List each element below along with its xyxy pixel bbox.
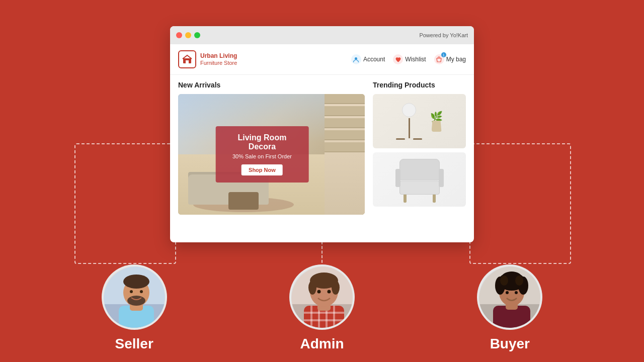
trending-section: Trending Products <box>373 81 466 231</box>
bag-nav-item[interactable]: 1 My bag <box>434 54 466 64</box>
product-grid: 🌿 <box>373 94 466 207</box>
stool-top <box>402 103 416 117</box>
svg-point-26 <box>308 281 316 295</box>
dot-close[interactable] <box>176 32 182 38</box>
store-nav: Account Wishlist 1 My bag <box>351 54 466 64</box>
wishlist-label: Wishlist <box>405 56 426 63</box>
trending-title: Trending Products <box>373 81 466 89</box>
store-subtitle: Furniture Store <box>200 60 237 66</box>
dashed-line-center <box>321 241 323 267</box>
bag-badge: 1 <box>441 52 446 57</box>
wishlist-nav-item[interactable]: Wishlist <box>393 54 426 64</box>
account-nav-item[interactable]: Account <box>351 54 385 64</box>
staircase <box>325 94 365 215</box>
new-arrivals-section: New Arrivals <box>178 81 365 231</box>
new-arrivals-title: New Arrivals <box>178 81 365 89</box>
buyer-label: Buyer <box>490 336 530 352</box>
product-card-1[interactable]: 🌿 <box>373 94 466 148</box>
svg-point-12 <box>140 290 143 293</box>
product-1-scene: 🌿 <box>373 94 466 148</box>
store-logo[interactable]: Urban Living Furniture Store <box>178 50 237 68</box>
dashed-box-right <box>469 143 571 264</box>
buyer-avatar-item: Buyer <box>477 264 542 352</box>
dashed-box-left <box>74 143 176 264</box>
svg-point-11 <box>130 290 133 293</box>
coffee-table <box>228 192 259 210</box>
armchair <box>399 159 440 203</box>
svg-point-28 <box>317 290 320 294</box>
hero-banner: Living Room Decora 30% Sale on First Ord… <box>178 94 365 215</box>
seller-label: Seller <box>115 336 153 352</box>
svg-point-42 <box>506 291 509 294</box>
armchair-leg <box>433 195 436 203</box>
dot-maximize[interactable] <box>194 32 200 38</box>
svg-point-10 <box>127 296 145 306</box>
armchair-seat <box>399 180 440 195</box>
svg-point-27 <box>332 281 340 295</box>
store-content: New Arrivals <box>170 75 474 237</box>
armchair-legs <box>399 195 440 203</box>
wishlist-icon <box>393 54 403 64</box>
svg-point-40 <box>500 276 508 286</box>
buyer-avatar <box>477 264 542 330</box>
svg-point-29 <box>327 290 331 294</box>
dot-minimize[interactable] <box>185 32 191 38</box>
account-icon <box>351 54 361 64</box>
admin-avatar-item: Admin <box>289 264 355 352</box>
armchair-arm-right <box>439 169 444 187</box>
account-label: Account <box>363 56 385 63</box>
plant-pot <box>432 121 442 132</box>
hero-subtitle: 30% Sale on First Order <box>225 153 299 159</box>
admin-label: Admin <box>300 336 344 352</box>
shop-now-button[interactable]: Shop Now <box>242 164 283 175</box>
armchair-leg <box>404 195 407 203</box>
store-logo-icon <box>178 50 196 68</box>
seller-avatar <box>102 264 167 330</box>
store-name: Urban Living <box>200 52 237 59</box>
svg-rect-1 <box>186 60 189 63</box>
admin-avatar <box>289 264 355 330</box>
seller-avatar-item: Seller <box>102 264 167 352</box>
powered-by-label: Powered by Yo!Kart <box>419 32 468 38</box>
browser-titlebar: Powered by Yo!Kart <box>170 26 474 44</box>
hero-title: Living Room Decora <box>225 133 299 151</box>
store-header: Urban Living Furniture Store Account <box>170 44 474 75</box>
svg-point-43 <box>515 291 518 294</box>
stool-leg <box>409 118 410 138</box>
svg-point-41 <box>515 276 523 286</box>
avatars-row: Seller <box>0 264 644 352</box>
product-card-2[interactable] <box>373 152 466 207</box>
stool-feet <box>396 138 422 140</box>
svg-point-2 <box>355 57 357 60</box>
armchair-back <box>399 159 440 180</box>
hero-overlay: Living Room Decora 30% Sale on First Ord… <box>215 126 309 183</box>
bag-icon: 1 <box>434 54 444 64</box>
plant-shape: 🌿 <box>430 111 443 132</box>
bag-label: My bag <box>446 56 466 63</box>
armchair-arm-left <box>395 169 400 187</box>
svg-point-9 <box>123 275 149 289</box>
stool-shape <box>396 103 422 140</box>
browser-window: Powered by Yo!Kart Urban Living Furnitur… <box>170 26 474 242</box>
product-2-scene <box>373 152 466 207</box>
store-logo-text: Urban Living Furniture Store <box>200 52 237 66</box>
browser-dots <box>176 32 200 38</box>
